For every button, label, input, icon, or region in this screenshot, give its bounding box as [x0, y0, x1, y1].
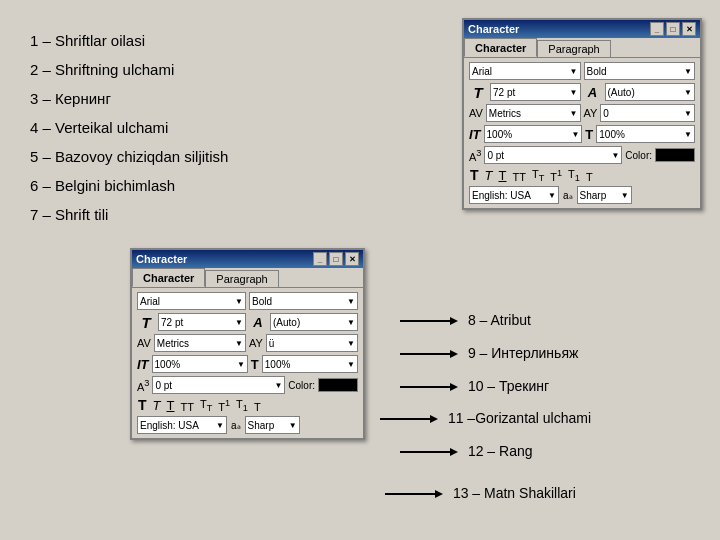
svg-marker-11	[435, 490, 443, 498]
color-swatch-small[interactable]	[318, 378, 358, 392]
baseline-icon-large: A3	[469, 148, 481, 163]
tab-character-large[interactable]: Character	[464, 38, 537, 57]
maximize-btn-large[interactable]: □	[666, 22, 680, 36]
minimize-btn-large[interactable]: _	[650, 22, 664, 36]
strikethrough-btn-small[interactable]: TT	[179, 401, 194, 413]
panel-tabs-small: Character Paragraph	[132, 268, 363, 288]
tsup-btn-large[interactable]: T1	[549, 168, 563, 183]
underline-btn-large[interactable]: T	[498, 168, 508, 183]
font-family-arrow-large: ▼	[570, 67, 578, 76]
auto-arrow-small: ▼	[347, 318, 355, 327]
size-dropdown-small[interactable]: 72 pt ▼	[158, 313, 246, 331]
tt-btn-large[interactable]: TT	[531, 168, 545, 183]
auto-dropdown-large[interactable]: (Auto) ▼	[605, 83, 696, 101]
aa-label-large: aₐ	[563, 190, 573, 201]
italic-btn-large[interactable]: T	[484, 168, 494, 183]
aa-icon-small: A	[249, 315, 267, 330]
size-row-small: T 72 pt ▼ A (Auto) ▼	[137, 313, 358, 331]
panel-body-large: Arial ▼ Bold ▼ T 72 pt ▼ A (Auto) ▼	[464, 58, 700, 208]
font-family-dropdown-small[interactable]: Arial ▼	[137, 292, 246, 310]
tsub-btn-small[interactable]: T1	[235, 398, 249, 413]
color-label-small: Color:	[288, 380, 315, 391]
style-buttons-small: T T T TT TT T1 T1 T	[137, 397, 358, 413]
lang-dropdown-large[interactable]: English: USA ▼	[469, 186, 559, 204]
it-icon-large: IT	[469, 127, 481, 142]
arrow-9-icon	[400, 348, 460, 360]
sharp-arrow-large: ▼	[621, 191, 629, 200]
size-dropdown-large[interactable]: 72 pt ▼	[490, 83, 581, 101]
tsub-btn-large[interactable]: T1	[567, 168, 581, 183]
zero2-dropdown-small[interactable]: ü ▼	[266, 334, 358, 352]
svg-marker-3	[450, 350, 458, 358]
close-btn-small[interactable]: ✕	[345, 252, 359, 266]
tab-paragraph-large[interactable]: Paragraph	[537, 40, 610, 57]
tab-paragraph-small[interactable]: Paragraph	[205, 270, 278, 287]
size-arrow-large: ▼	[570, 88, 578, 97]
lang-arrow-large: ▼	[548, 191, 556, 200]
bold-btn-large[interactable]: T	[469, 167, 480, 183]
metrics-dropdown-large[interactable]: Metrics ▼	[486, 104, 581, 122]
scale1-dropdown-large[interactable]: 100% ▼	[484, 125, 583, 143]
scale-row-small: IT 100% ▼ T 100% ▼	[137, 355, 358, 373]
baseline-arrow-large: ▼	[611, 151, 619, 160]
tab-character-small[interactable]: Character	[132, 268, 205, 287]
scale1-dropdown-small[interactable]: 100% ▼	[152, 355, 248, 373]
metrics-dropdown-small[interactable]: Metrics ▼	[154, 334, 246, 352]
lang-dropdown-small[interactable]: English: USA ▼	[137, 416, 227, 434]
metrics-row-small: AV Metrics ▼ AY ü ▼	[137, 334, 358, 352]
metrics-arrow-small: ▼	[235, 339, 243, 348]
panel-tabs-large: Character Paragraph	[464, 38, 700, 58]
scale-row-large: IT 100% ▼ T 100% ▼	[469, 125, 695, 143]
aa-label-small-text: aₐ	[231, 420, 241, 431]
metrics-arrow-large: ▼	[570, 109, 578, 118]
sharp-dropdown-large[interactable]: Sharp ▼	[577, 186, 632, 204]
bottom-row-large: English: USA ▼ aₐ Sharp ▼	[469, 186, 695, 204]
baseline-arrow-small: ▼	[274, 381, 282, 390]
scale1-arrow-small: ▼	[237, 360, 245, 369]
panel-title-small: Character	[136, 253, 187, 265]
scale1-arrow-large: ▼	[571, 130, 579, 139]
svg-marker-9	[450, 448, 458, 456]
av-label-large: AV	[469, 107, 483, 119]
color-swatch-large[interactable]	[655, 148, 695, 162]
panel-titlebar-small: Character _ □ ✕	[132, 250, 363, 268]
tsup-btn-small[interactable]: T1	[217, 398, 231, 413]
minimize-btn-small[interactable]: _	[313, 252, 327, 266]
main-content: 1 – Shriftlar oilasi 2 – Shriftning ulch…	[0, 0, 720, 540]
font-family-dropdown-large[interactable]: Arial ▼	[469, 62, 581, 80]
label-11: 11 –Gorizantal ulchami	[380, 410, 591, 426]
frac-btn-large[interactable]: T	[585, 171, 594, 183]
lang-arrow-small: ▼	[216, 421, 224, 430]
font-row-large: Arial ▼ Bold ▼	[469, 62, 695, 80]
frac-btn-small[interactable]: T	[253, 401, 262, 413]
metrics-row-large: AV Metrics ▼ AY 0 ▼	[469, 104, 695, 122]
panel-title-large: Character	[468, 23, 519, 35]
baseline-color-row-small: A3 0 pt ▼ Color:	[137, 376, 358, 394]
tt-btn-small[interactable]: TT	[199, 398, 213, 413]
zero2-arrow-small: ▼	[347, 339, 355, 348]
sharp-dropdown-small[interactable]: Sharp ▼	[245, 416, 300, 434]
arrow-8-icon	[400, 315, 460, 327]
close-btn-large[interactable]: ✕	[682, 22, 696, 36]
zero-dropdown-large[interactable]: 0 ▼	[600, 104, 695, 122]
maximize-btn-small[interactable]: □	[329, 252, 343, 266]
baseline-dropdown-large[interactable]: 0 pt ▼	[484, 146, 622, 164]
arrow-10-icon	[400, 381, 460, 393]
font-style-dropdown-small[interactable]: Bold ▼	[249, 292, 358, 310]
scale2-arrow-small: ▼	[347, 360, 355, 369]
scale2-dropdown-small[interactable]: 100% ▼	[262, 355, 358, 373]
baseline-color-row-large: A3 0 pt ▼ Color:	[469, 146, 695, 164]
auto-dropdown-small[interactable]: (Auto) ▼	[270, 313, 358, 331]
arrow-13-icon	[385, 488, 445, 500]
underline-btn-small[interactable]: T	[166, 398, 176, 413]
baseline-dropdown-small[interactable]: 0 pt ▼	[152, 376, 285, 394]
scale2-dropdown-large[interactable]: 100% ▼	[596, 125, 695, 143]
arrow-12-icon	[400, 446, 460, 458]
italic-btn-small[interactable]: T	[152, 398, 162, 413]
svg-marker-5	[450, 383, 458, 391]
bottom-row-small: English: USA ▼ aₐ Sharp ▼	[137, 416, 358, 434]
strikethrough-btn-large[interactable]: TT	[511, 171, 526, 183]
font-style-dropdown-large[interactable]: Bold ▼	[584, 62, 696, 80]
bold-btn-small[interactable]: T	[137, 397, 148, 413]
font-style-arrow-large: ▼	[684, 67, 692, 76]
